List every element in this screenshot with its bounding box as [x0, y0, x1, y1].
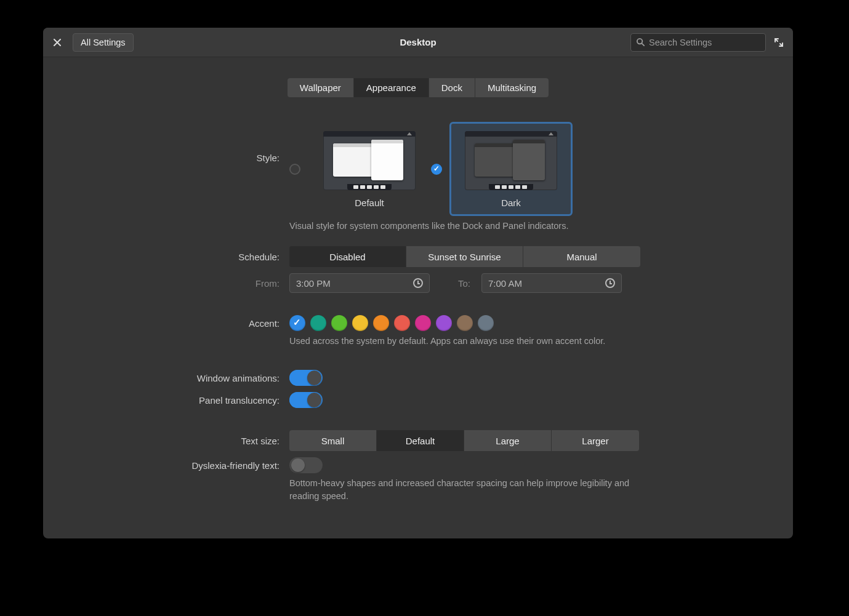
clock-icon — [605, 278, 615, 288]
window-animations-toggle[interactable] — [289, 370, 323, 386]
text-size-larger[interactable]: Larger — [552, 430, 639, 451]
svg-line-1 — [642, 44, 645, 46]
maximize-button[interactable] — [772, 36, 786, 49]
all-settings-label: All Settings — [81, 38, 126, 47]
style-default-card[interactable]: Default — [308, 122, 431, 216]
style-default-name: Default — [317, 198, 422, 208]
schedule-sunset[interactable]: Sunset to Sunrise — [406, 246, 523, 267]
tab-multitasking[interactable]: Multitasking — [475, 78, 549, 97]
settings-window: All Settings Desktop Wallpaper Appearanc… — [43, 28, 793, 538]
schedule-disabled[interactable]: Disabled — [289, 246, 406, 267]
close-button[interactable] — [50, 36, 64, 49]
accent-swatches — [289, 315, 494, 331]
style-dark-name: Dark — [459, 198, 563, 208]
text-size-default[interactable]: Default — [377, 430, 464, 451]
panel-translucency-toggle[interactable] — [289, 392, 323, 408]
tab-appearance[interactable]: Appearance — [354, 78, 429, 97]
text-size-label: Text size: — [105, 436, 289, 446]
schedule-manual[interactable]: Manual — [523, 246, 640, 267]
style-default-radio[interactable] — [289, 164, 300, 175]
text-size-segmented: Small Default Large Larger — [289, 430, 639, 451]
accent-orange[interactable] — [373, 315, 389, 331]
to-time-input[interactable]: 7:00 AM — [481, 273, 622, 293]
panel-translucency-label: Panel translucency: — [105, 395, 289, 406]
dyslexia-toggle[interactable] — [289, 457, 323, 473]
search-icon — [636, 38, 645, 47]
dyslexia-description: Bottom-heavy shapes and increased charac… — [289, 477, 634, 503]
accent-brown[interactable] — [457, 315, 473, 331]
tab-dock[interactable]: Dock — [429, 78, 475, 97]
tab-wallpaper[interactable]: Wallpaper — [288, 78, 354, 97]
schedule-segmented: Disabled Sunset to Sunrise Manual — [289, 246, 640, 267]
to-time-value: 7:00 AM — [488, 278, 522, 289]
accent-teal[interactable] — [310, 315, 326, 331]
search-input[interactable] — [649, 38, 765, 47]
style-label: Style: — [105, 122, 289, 163]
schedule-label: Schedule: — [105, 252, 289, 262]
accent-green[interactable] — [331, 315, 347, 331]
window-animations-label: Window animations: — [105, 373, 289, 383]
accent-blue[interactable] — [289, 315, 305, 331]
style-dark-preview — [465, 131, 557, 190]
style-dark-radio[interactable] — [431, 164, 442, 175]
style-default-preview — [323, 131, 416, 190]
accent-slate[interactable] — [478, 315, 494, 331]
clock-icon — [413, 278, 423, 288]
accent-label: Accent: — [105, 318, 289, 329]
tab-bar: Wallpaper Appearance Dock Multitasking — [43, 78, 793, 97]
accent-description: Used across the system by default. Apps … — [289, 335, 605, 348]
from-time-input[interactable]: 3:00 PM — [289, 273, 430, 293]
search-field[interactable] — [630, 33, 766, 52]
from-time-value: 3:00 PM — [296, 278, 331, 289]
dyslexia-label: Dyslexia-friendly text: — [105, 460, 289, 471]
accent-purple[interactable] — [436, 315, 452, 331]
style-description: Visual style for system components like … — [289, 220, 568, 233]
text-size-large[interactable]: Large — [464, 430, 552, 451]
titlebar: All Settings Desktop — [43, 28, 793, 57]
from-label: From: — [105, 278, 289, 289]
text-size-small[interactable]: Small — [289, 430, 377, 451]
all-settings-button[interactable]: All Settings — [73, 33, 134, 52]
accent-yellow[interactable] — [352, 315, 368, 331]
style-dark-card[interactable]: Dark — [449, 122, 573, 216]
accent-red[interactable] — [394, 315, 410, 331]
accent-pink[interactable] — [415, 315, 431, 331]
to-label: To: — [441, 278, 470, 289]
